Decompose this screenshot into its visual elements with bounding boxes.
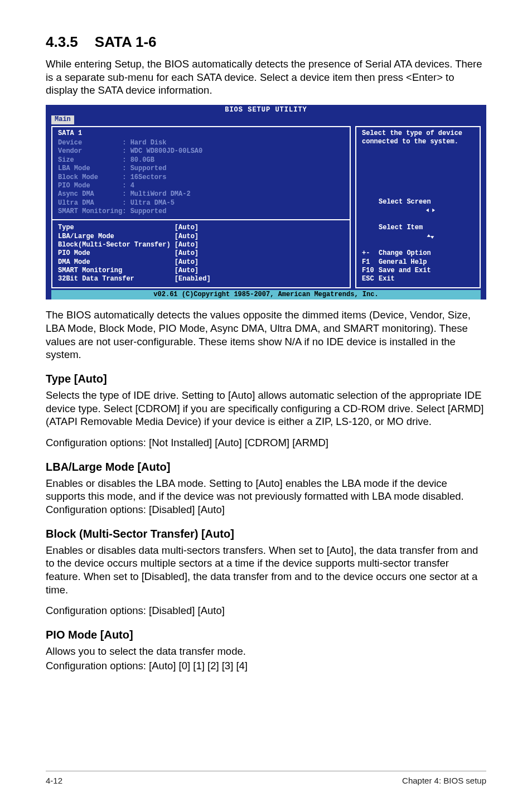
footer-page-number: 4-12	[46, 776, 62, 785]
intro-paragraph: While entering Setup, the BIOS automatic…	[46, 57, 486, 97]
svg-marker-2	[427, 234, 431, 237]
opt-dma[interactable]: DMA Mode [Auto]	[58, 258, 344, 267]
lba-p1: Enables or disables the LBA mode. Settin…	[46, 477, 486, 516]
heading-block: Block (Multi-Sector Transfer) [Auto]	[46, 528, 486, 540]
opt-lbalarge[interactable]: LBA/Large Mode [Auto]	[58, 233, 344, 241]
heading-type: Type [Auto]	[46, 373, 486, 385]
device-header: SATA 1	[58, 129, 344, 139]
dim-device: Device : Hard Disk	[58, 139, 344, 147]
footer-chapter: Chapter 4: BIOS setup	[402, 776, 486, 785]
dim-lba: LBA Mode : Supported	[58, 165, 344, 173]
f1-key-icon: F1	[362, 258, 379, 267]
option-rows: Type [Auto] LBA/Large Mode [Auto] Block(…	[58, 224, 344, 284]
dim-block: Block Mode : 16Sectors	[58, 173, 344, 182]
svg-marker-3	[431, 236, 434, 239]
panel-separator	[52, 219, 350, 220]
after-bios-paragraph: The BIOS automatically detects the value…	[46, 308, 486, 361]
pio-p1: Allows you to select the data transfer m…	[46, 645, 486, 658]
arrows-up-down-icon	[362, 224, 379, 249]
dim-smart: SMART Monitoring: Supported	[58, 207, 344, 216]
bios-footer: v02.61 (C)Copyright 1985-2007, American …	[51, 290, 481, 299]
dim-pio: PIO Mode : 4	[58, 182, 344, 190]
help-description: Select the type of device connected to t…	[362, 129, 474, 147]
tab-main[interactable]: Main	[51, 115, 74, 124]
heading-lba: LBA/Large Mode [Auto]	[46, 461, 486, 474]
f10-key-icon: F10	[362, 267, 379, 275]
svg-marker-1	[432, 209, 435, 212]
bios-left-panel: SATA 1 Device : Hard Disk Vendor : WDC W…	[51, 126, 351, 288]
opt-32bit[interactable]: 32Bit Data Transfer [Enabled]	[58, 275, 344, 283]
content-area: 4.3.5SATA 1-6 While entering Setup, the …	[46, 33, 486, 757]
page-footer: 4-12 Chapter 4: BIOS setup	[46, 771, 486, 785]
key-exit: ESCExit	[362, 275, 474, 283]
bios-tab-row: Main	[46, 115, 486, 125]
key-select-item: Select Item	[362, 224, 474, 249]
dim-size: Size : 80.0GB	[58, 156, 344, 165]
key-save-exit: F10Save and Exit	[362, 267, 474, 275]
section-title: SATA 1-6	[95, 33, 157, 50]
type-p1: Selects the type of IDE drive. Setting t…	[46, 389, 486, 428]
dim-ultra: Ultra DMA : Ultra DMA-5	[58, 199, 344, 207]
dim-vendor: Vendor : WDC WD800JD-00LSA0	[58, 147, 344, 156]
block-p2: Configuration options: [Disabled] [Auto]	[46, 604, 486, 617]
opt-pio[interactable]: PIO Mode [Auto]	[58, 249, 344, 258]
bios-title: BIOS SETUP UTILITY	[46, 105, 486, 115]
opt-smart[interactable]: SMART Monitoring [Auto]	[58, 267, 344, 275]
pio-p2: Configuration options: [Auto] [0] [1] [2…	[46, 659, 486, 673]
opt-block[interactable]: Block(Multi-Sector Transfer) [Auto]	[58, 241, 344, 249]
esc-key-icon: ESC	[362, 275, 379, 283]
bios-panels: SATA 1 Device : Hard Disk Vendor : WDC W…	[46, 126, 486, 290]
page: 4.3.5SATA 1-6 While entering Setup, the …	[0, 0, 532, 802]
arrows-left-right-icon	[362, 198, 379, 224]
key-select-screen: Select Screen	[362, 198, 474, 224]
plus-minus-icon: +-	[362, 249, 379, 258]
bios-screenshot: BIOS SETUP UTILITY Main SATA 1 Device : …	[46, 105, 486, 299]
heading-pio: PIO Mode [Auto]	[46, 629, 486, 641]
help-key-legend: Select Screen Select Item +-Change Optio…	[362, 198, 474, 284]
key-general-help: F1General Help	[362, 258, 474, 267]
bios-right-panel: Select the type of device connected to t…	[355, 126, 481, 288]
key-change-option: +-Change Option	[362, 249, 474, 258]
opt-type[interactable]: Type [Auto]	[58, 224, 344, 232]
section-number: 4.3.5	[46, 33, 78, 51]
dim-async: Async DMA : MultiWord DMA-2	[58, 190, 344, 199]
dimmed-info: Device : Hard Disk Vendor : WDC WD800JD-…	[58, 139, 344, 216]
section-heading: 4.3.5SATA 1-6	[46, 33, 486, 51]
type-p2: Configuration options: [Not Installed] […	[46, 436, 486, 450]
block-p1: Enables or disables data multi-sectors t…	[46, 544, 486, 597]
